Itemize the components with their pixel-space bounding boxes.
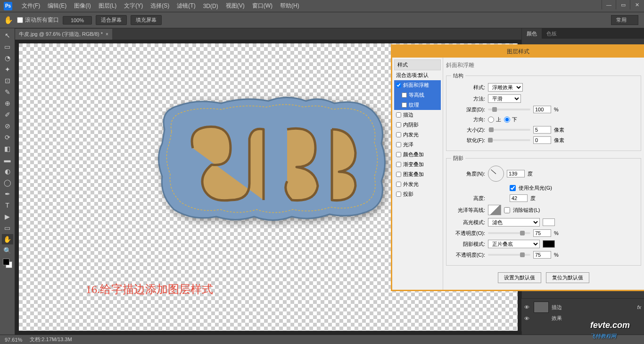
menu-type[interactable]: 文字(Y)	[120, 2, 147, 10]
hand-tool[interactable]: ✋	[2, 234, 13, 244]
angle-dial[interactable]	[488, 166, 504, 182]
inner-glow-row[interactable]: 内发光	[394, 130, 441, 140]
marquee-tool[interactable]: ▭	[2, 42, 13, 52]
contour-cb[interactable]	[402, 92, 407, 98]
menu-select[interactable]: 选择(S)	[147, 2, 173, 10]
gradient-overlay-row[interactable]: 渐变叠加	[394, 159, 441, 169]
pen-tool[interactable]: ✒	[2, 189, 13, 199]
global-light-cb[interactable]	[510, 185, 516, 191]
swatches-tab[interactable]: 色板	[542, 28, 561, 39]
menu-file[interactable]: 文件(F)	[18, 2, 44, 10]
scroll-all-cb[interactable]	[17, 17, 23, 23]
inner-glow-cb[interactable]	[396, 132, 401, 137]
direction-down-radio[interactable]	[504, 117, 510, 123]
color-swatches[interactable]	[3, 259, 12, 268]
antialias-cb[interactable]	[504, 207, 510, 213]
bevel-emboss-row[interactable]: 斜面和浮雕	[394, 80, 441, 90]
reset-default-button[interactable]: 复位为默认值	[546, 272, 589, 283]
stroke-row[interactable]: 描边	[394, 110, 441, 120]
fit-screen-button[interactable]: 适合屏幕	[96, 15, 127, 25]
zoom-level-box[interactable]: 100%	[63, 16, 92, 25]
highlight-color[interactable]	[543, 218, 555, 226]
move-tool[interactable]: ↖	[2, 30, 13, 41]
sh-opacity-input[interactable]	[533, 251, 551, 259]
zoom-tool[interactable]: 🔍	[2, 245, 13, 256]
color-tab[interactable]: 颜色	[522, 28, 542, 39]
layer-thumbnail[interactable]	[534, 302, 549, 313]
crop-tool[interactable]: ⊡	[2, 76, 13, 86]
menu-help[interactable]: 帮助(H)	[276, 2, 303, 10]
minimize-button[interactable]: —	[602, 0, 616, 9]
workspace-dropdown[interactable]: 常用	[611, 15, 638, 25]
texture-row[interactable]: 纹理	[394, 100, 441, 110]
close-button[interactable]: ✕	[630, 0, 644, 9]
angle-input[interactable]	[507, 170, 525, 177]
altitude-input[interactable]	[510, 194, 528, 202]
bevel-cb[interactable]	[396, 83, 401, 88]
layer-row[interactable]: 👁 描边 fx	[523, 301, 642, 314]
sh-opacity-slider[interactable]	[488, 254, 530, 256]
direction-up-radio[interactable]	[488, 117, 494, 123]
history-brush-tool[interactable]: ⟳	[2, 132, 13, 143]
pattern-overlay-cb[interactable]	[396, 172, 401, 177]
fg-color[interactable]	[3, 259, 9, 265]
technique-select[interactable]: 平滑	[488, 94, 521, 103]
drop-shadow-cb[interactable]	[396, 192, 401, 197]
brush-tool[interactable]: ✐	[2, 109, 13, 120]
satin-row[interactable]: 光泽	[394, 140, 441, 150]
stamp-tool[interactable]: ⊘	[2, 121, 13, 131]
menu-3d[interactable]: 3D(D)	[199, 3, 222, 9]
size-slider[interactable]	[488, 129, 530, 131]
menu-window[interactable]: 窗口(W)	[248, 2, 276, 10]
scroll-all-windows-checkbox[interactable]: 滚动所有窗口	[17, 16, 59, 24]
menu-layer[interactable]: 图层(L)	[95, 2, 121, 10]
gradient-tool[interactable]: ▬	[2, 155, 13, 165]
visibility-icon[interactable]: 👁	[524, 304, 531, 310]
color-overlay-row[interactable]: 颜色叠加	[394, 150, 441, 159]
style-select[interactable]: 浮雕效果	[488, 83, 523, 92]
drop-shadow-row[interactable]: 投影	[394, 189, 441, 199]
maximize-button[interactable]: ▭	[616, 0, 630, 9]
depth-slider[interactable]	[488, 109, 530, 110]
dodge-tool[interactable]: ◯	[2, 177, 13, 188]
soften-input[interactable]	[533, 136, 551, 144]
fill-screen-button[interactable]: 填充屏幕	[131, 15, 162, 25]
size-input[interactable]	[533, 126, 551, 134]
eraser-tool[interactable]: ◧	[2, 143, 13, 154]
menu-filter[interactable]: 滤镜(T)	[173, 2, 199, 10]
blend-options-row[interactable]: 混合选项:默认	[394, 70, 441, 80]
menu-image[interactable]: 图像(I)	[70, 2, 94, 10]
color-overlay-cb[interactable]	[396, 152, 401, 157]
tab-close-button[interactable]: ×	[106, 32, 108, 37]
contour-row[interactable]: 等高线	[394, 90, 441, 100]
outer-glow-row[interactable]: 外发光	[394, 179, 441, 189]
shadow-mode-select[interactable]: 正片叠底	[488, 240, 540, 248]
blur-tool[interactable]: ◐	[2, 166, 13, 176]
visibility-icon[interactable]: 👁	[524, 316, 531, 321]
gloss-contour[interactable]	[488, 205, 501, 215]
pattern-overlay-row[interactable]: 图案叠加	[394, 169, 441, 179]
make-default-button[interactable]: 设置为默认值	[498, 272, 541, 283]
menu-view[interactable]: 视图(V)	[222, 2, 248, 10]
document-tab[interactable]: 牛皮.jpg @ 97.6% (字描边, RGB/8) * ×	[15, 29, 112, 40]
texture-cb[interactable]	[402, 102, 407, 108]
wand-tool[interactable]: ✦	[2, 64, 13, 75]
shape-tool[interactable]: ▭	[2, 223, 13, 233]
stroke-cb[interactable]	[396, 112, 401, 117]
inner-shadow-row[interactable]: 内阴影	[394, 120, 441, 130]
shadow-color[interactable]	[543, 240, 555, 248]
outer-glow-cb[interactable]	[396, 182, 401, 187]
path-tool[interactable]: ▶	[2, 211, 13, 222]
gradient-overlay-cb[interactable]	[396, 162, 401, 167]
menu-edit[interactable]: 编辑(E)	[44, 2, 70, 10]
hl-opacity-slider[interactable]	[488, 232, 530, 234]
eyedropper-tool[interactable]: ✎	[2, 87, 13, 97]
highlight-mode-select[interactable]: 滤色	[488, 218, 540, 227]
hl-opacity-input[interactable]	[533, 229, 551, 237]
satin-cb[interactable]	[396, 142, 401, 147]
heal-tool[interactable]: ⊕	[2, 98, 13, 109]
type-tool[interactable]: T	[2, 200, 13, 210]
depth-input[interactable]	[533, 106, 551, 113]
inner-shadow-cb[interactable]	[396, 122, 401, 127]
soften-slider[interactable]	[488, 139, 530, 141]
